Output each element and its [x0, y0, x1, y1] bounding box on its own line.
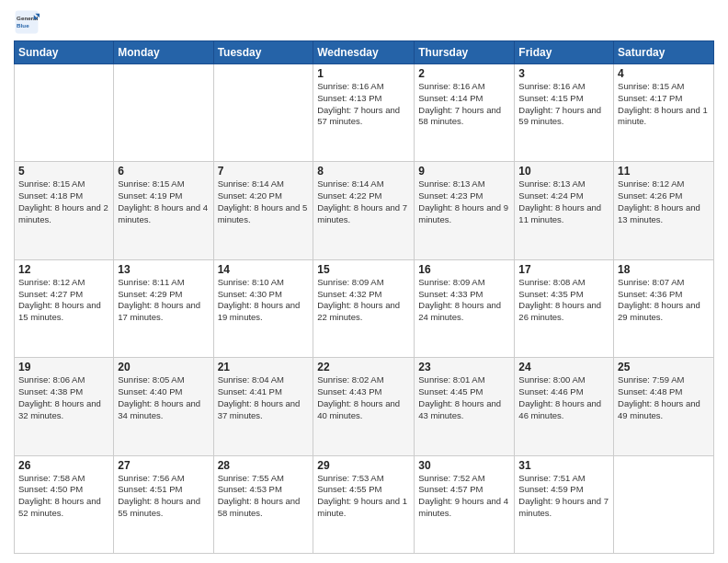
calendar-cell: 29Sunrise: 7:53 AM Sunset: 4:55 PM Dayli… [313, 455, 415, 553]
day-number: 14 [218, 263, 310, 276]
day-info: Sunrise: 8:15 AM Sunset: 4:17 PM Dayligh… [618, 81, 710, 128]
header: General Blue [14, 9, 714, 35]
day-number: 13 [118, 263, 209, 276]
day-info: Sunrise: 8:15 AM Sunset: 4:18 PM Dayligh… [18, 178, 109, 225]
day-of-week-header: Monday [114, 41, 213, 64]
calendar-cell: 26Sunrise: 7:58 AM Sunset: 4:50 PM Dayli… [15, 455, 114, 553]
day-info: Sunrise: 7:59 AM Sunset: 4:48 PM Dayligh… [618, 374, 710, 421]
calendar-cell: 11Sunrise: 8:12 AM Sunset: 4:26 PM Dayli… [614, 162, 714, 259]
logo: General Blue [14, 9, 41, 35]
calendar-cell: 6Sunrise: 8:15 AM Sunset: 4:19 PM Daylig… [114, 162, 213, 259]
day-number: 6 [118, 165, 209, 178]
day-of-week-header: Wednesday [313, 41, 415, 64]
day-info: Sunrise: 8:09 AM Sunset: 4:33 PM Dayligh… [418, 277, 510, 324]
day-info: Sunrise: 8:04 AM Sunset: 4:41 PM Dayligh… [218, 374, 310, 421]
day-info: Sunrise: 8:05 AM Sunset: 4:40 PM Dayligh… [118, 374, 209, 421]
day-number: 1 [317, 67, 410, 80]
calendar-week-row: 5Sunrise: 8:15 AM Sunset: 4:18 PM Daylig… [15, 162, 714, 259]
day-info: Sunrise: 8:15 AM Sunset: 4:19 PM Dayligh… [118, 178, 209, 225]
day-number: 30 [418, 459, 510, 472]
day-info: Sunrise: 7:58 AM Sunset: 4:50 PM Dayligh… [18, 473, 109, 520]
day-number: 22 [317, 361, 410, 373]
day-info: Sunrise: 8:00 AM Sunset: 4:46 PM Dayligh… [518, 374, 609, 421]
calendar-cell: 23Sunrise: 8:01 AM Sunset: 4:45 PM Dayli… [415, 358, 515, 455]
day-number: 26 [18, 459, 109, 472]
calendar-cell: 10Sunrise: 8:13 AM Sunset: 4:24 PM Dayli… [515, 162, 614, 259]
day-info: Sunrise: 8:13 AM Sunset: 4:23 PM Dayligh… [418, 178, 510, 225]
day-number: 24 [518, 361, 609, 373]
calendar-cell [114, 64, 213, 162]
day-info: Sunrise: 7:51 AM Sunset: 4:59 PM Dayligh… [518, 473, 609, 520]
day-info: Sunrise: 8:09 AM Sunset: 4:32 PM Dayligh… [317, 277, 410, 324]
calendar-cell: 12Sunrise: 8:12 AM Sunset: 4:27 PM Dayli… [15, 259, 114, 357]
calendar-cell: 5Sunrise: 8:15 AM Sunset: 4:18 PM Daylig… [15, 162, 114, 259]
page: General Blue SundayMondayTuesdayWednesda… [0, 0, 728, 563]
calendar-cell: 16Sunrise: 8:09 AM Sunset: 4:33 PM Dayli… [415, 259, 515, 357]
calendar-cell: 20Sunrise: 8:05 AM Sunset: 4:40 PM Dayli… [114, 358, 213, 455]
day-number: 31 [518, 459, 609, 472]
day-number: 12 [18, 263, 109, 276]
day-number: 25 [618, 361, 710, 373]
day-number: 29 [317, 459, 410, 472]
day-info: Sunrise: 8:16 AM Sunset: 4:15 PM Dayligh… [518, 81, 609, 128]
day-info: Sunrise: 7:55 AM Sunset: 4:53 PM Dayligh… [218, 473, 310, 520]
calendar-cell: 3Sunrise: 8:16 AM Sunset: 4:15 PM Daylig… [515, 64, 614, 162]
day-number: 11 [618, 165, 710, 178]
day-info: Sunrise: 8:16 AM Sunset: 4:13 PM Dayligh… [317, 81, 410, 128]
calendar-cell: 2Sunrise: 8:16 AM Sunset: 4:14 PM Daylig… [415, 64, 515, 162]
calendar-week-row: 26Sunrise: 7:58 AM Sunset: 4:50 PM Dayli… [15, 455, 714, 553]
day-number: 27 [118, 459, 209, 472]
calendar-cell: 30Sunrise: 7:52 AM Sunset: 4:57 PM Dayli… [415, 455, 515, 553]
calendar-cell [213, 64, 313, 162]
day-info: Sunrise: 8:07 AM Sunset: 4:36 PM Dayligh… [618, 277, 710, 324]
svg-text:Blue: Blue [17, 22, 29, 29]
calendar-cell: 24Sunrise: 8:00 AM Sunset: 4:46 PM Dayli… [515, 358, 614, 455]
day-number: 23 [418, 361, 510, 373]
day-of-week-header: Thursday [415, 41, 515, 64]
day-info: Sunrise: 8:13 AM Sunset: 4:24 PM Dayligh… [518, 178, 609, 225]
day-number: 2 [418, 67, 510, 80]
calendar-cell [15, 64, 114, 162]
day-number: 17 [518, 263, 609, 276]
calendar-cell: 22Sunrise: 8:02 AM Sunset: 4:43 PM Dayli… [313, 358, 415, 455]
day-number: 19 [18, 361, 109, 373]
calendar-cell: 19Sunrise: 8:06 AM Sunset: 4:38 PM Dayli… [15, 358, 114, 455]
day-number: 16 [418, 263, 510, 276]
calendar-cell: 14Sunrise: 8:10 AM Sunset: 4:30 PM Dayli… [213, 259, 313, 357]
calendar-cell: 21Sunrise: 8:04 AM Sunset: 4:41 PM Dayli… [213, 358, 313, 455]
calendar-cell: 7Sunrise: 8:14 AM Sunset: 4:20 PM Daylig… [213, 162, 313, 259]
day-info: Sunrise: 8:10 AM Sunset: 4:30 PM Dayligh… [218, 277, 310, 324]
day-info: Sunrise: 7:53 AM Sunset: 4:55 PM Dayligh… [317, 473, 410, 520]
day-number: 18 [618, 263, 710, 276]
day-number: 5 [18, 165, 109, 178]
day-info: Sunrise: 8:14 AM Sunset: 4:22 PM Dayligh… [317, 178, 410, 225]
calendar-cell: 9Sunrise: 8:13 AM Sunset: 4:23 PM Daylig… [415, 162, 515, 259]
day-number: 9 [418, 165, 510, 178]
calendar-cell [614, 455, 714, 553]
calendar-cell: 13Sunrise: 8:11 AM Sunset: 4:29 PM Dayli… [114, 259, 213, 357]
day-number: 7 [218, 165, 310, 178]
day-number: 15 [317, 263, 410, 276]
day-info: Sunrise: 7:52 AM Sunset: 4:57 PM Dayligh… [418, 473, 510, 520]
day-info: Sunrise: 8:06 AM Sunset: 4:38 PM Dayligh… [18, 374, 109, 421]
day-of-week-header: Tuesday [213, 41, 313, 64]
day-number: 4 [618, 67, 710, 80]
calendar-cell: 25Sunrise: 7:59 AM Sunset: 4:48 PM Dayli… [614, 358, 714, 455]
calendar-cell: 17Sunrise: 8:08 AM Sunset: 4:35 PM Dayli… [515, 259, 614, 357]
day-info: Sunrise: 8:12 AM Sunset: 4:26 PM Dayligh… [618, 178, 710, 225]
calendar-week-row: 1Sunrise: 8:16 AM Sunset: 4:13 PM Daylig… [15, 64, 714, 162]
day-number: 10 [518, 165, 609, 178]
day-info: Sunrise: 8:16 AM Sunset: 4:14 PM Dayligh… [418, 81, 510, 128]
day-of-week-header: Saturday [614, 41, 714, 64]
day-of-week-header: Friday [515, 41, 614, 64]
day-number: 8 [317, 165, 410, 178]
calendar-cell: 31Sunrise: 7:51 AM Sunset: 4:59 PM Dayli… [515, 455, 614, 553]
calendar: SundayMondayTuesdayWednesdayThursdayFrid… [14, 40, 714, 554]
day-info: Sunrise: 8:01 AM Sunset: 4:45 PM Dayligh… [418, 374, 510, 421]
day-info: Sunrise: 8:02 AM Sunset: 4:43 PM Dayligh… [317, 374, 410, 421]
day-info: Sunrise: 8:14 AM Sunset: 4:20 PM Dayligh… [218, 178, 310, 225]
day-of-week-header: Sunday [15, 41, 114, 64]
calendar-week-row: 19Sunrise: 8:06 AM Sunset: 4:38 PM Dayli… [15, 358, 714, 455]
calendar-week-row: 12Sunrise: 8:12 AM Sunset: 4:27 PM Dayli… [15, 259, 714, 357]
day-info: Sunrise: 8:12 AM Sunset: 4:27 PM Dayligh… [18, 277, 109, 324]
